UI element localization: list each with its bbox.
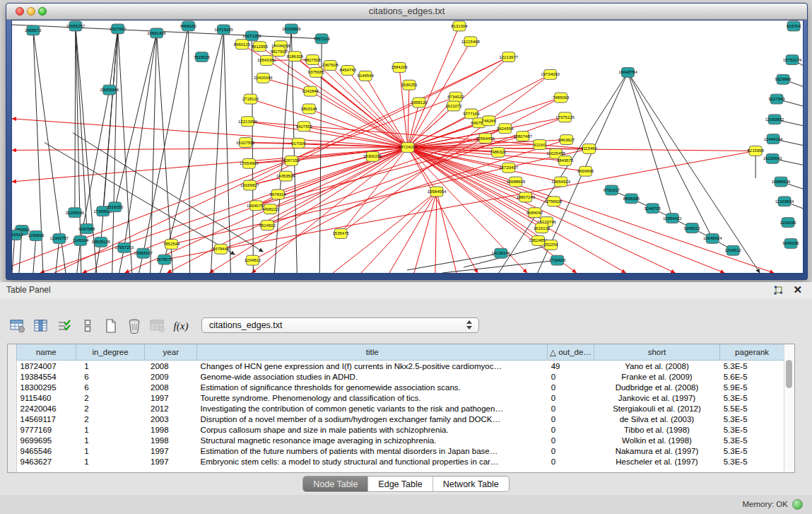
table-cell[interactable]: de Silva et al. (2003): [594, 414, 719, 424]
table-row[interactable]: 2242004622012Investigating the contribut…: [17, 403, 784, 414]
function-builder-icon[interactable]: f(x): [173, 318, 189, 334]
select-rows-icon[interactable]: [57, 318, 72, 334]
column-header[interactable]: short: [594, 344, 719, 361]
table-row[interactable]: 946554611997Estimation of the future num…: [17, 445, 784, 456]
table-cell[interactable]: 5.3E-5: [720, 414, 784, 424]
table-cell[interactable]: 19384554: [17, 371, 76, 382]
table-cell[interactable]: 5.3E-5: [720, 445, 784, 456]
table-cell[interactable]: Stergiakouli et al. (2012): [594, 403, 719, 414]
table-cell[interactable]: Jankovic et al. (1997): [594, 392, 719, 403]
table-row[interactable]: 1830029562008Estimation of significance …: [17, 382, 784, 392]
table-cell[interactable]: Structural magnetic resonance image aver…: [197, 435, 548, 445]
table-cell[interactable]: 5.3E-5: [720, 435, 784, 445]
close-panel-icon[interactable]: ✕: [793, 284, 802, 296]
table-cell[interactable]: 2003: [145, 414, 197, 424]
table-cell[interactable]: 1998: [145, 424, 197, 435]
table-header-row[interactable]: namein_degreeyeartitle△ out_de…shortpage…: [17, 344, 784, 361]
table-cell[interactable]: 1997: [145, 445, 197, 456]
table-cell[interactable]: 5.3E-5: [720, 424, 784, 435]
table-cell[interactable]: 6: [76, 371, 145, 382]
table-cell[interactable]: Disruption of a novel member of a sodium…: [197, 414, 548, 424]
delete-column-icon[interactable]: [126, 318, 142, 334]
table-cell[interactable]: 0: [548, 445, 594, 456]
column-header[interactable]: name: [17, 344, 76, 361]
table-row[interactable]: 911546021997Tourette syndrome. Phenomeno…: [17, 392, 784, 403]
table-cell[interactable]: 18724007: [17, 361, 76, 372]
show-columns-icon[interactable]: [33, 318, 49, 334]
table-cell[interactable]: 18300295: [17, 382, 76, 392]
table-row[interactable]: 1872400712008Changes of HCN gene express…: [17, 361, 784, 372]
table-cell[interactable]: 0: [548, 456, 594, 467]
table-row[interactable]: 1456911722003Disruption of a novel membe…: [17, 414, 784, 424]
table-cell[interactable]: 9699695: [17, 435, 76, 445]
table-cell[interactable]: Embryonic stem cells: a model to study s…: [197, 456, 548, 467]
table-cell[interactable]: 6: [76, 382, 145, 392]
table-cell[interactable]: 5.3E-5: [720, 361, 784, 372]
column-header[interactable]: title: [197, 344, 548, 361]
column-header[interactable]: △ out_de…: [548, 344, 594, 361]
network-canvas[interactable]: 2405572106552571527602206914068466160107…: [11, 20, 804, 274]
table-cell[interactable]: 14569117: [17, 414, 76, 424]
new-column-icon[interactable]: [103, 318, 119, 334]
table-cell[interactable]: 49: [548, 361, 594, 372]
network-window-titlebar[interactable]: citations_edges.txt: [6, 4, 807, 20]
table-cell[interactable]: 0: [548, 435, 594, 445]
table-cell[interactable]: Tourette syndrome. Phenomenology and cla…: [197, 392, 548, 403]
table-cell[interactable]: 5.3E-5: [720, 456, 784, 467]
table-mode-icon[interactable]: [10, 318, 25, 334]
column-header[interactable]: pagerank: [720, 344, 784, 361]
table-cell[interactable]: 2008: [145, 382, 197, 392]
table-cell[interactable]: Estimation of significance thresholds fo…: [197, 382, 548, 392]
table-cell[interactable]: Wolkin et al. (1998): [594, 435, 719, 445]
table-cell[interactable]: Investigating the contribution of common…: [197, 403, 548, 414]
table-cell[interactable]: 1: [76, 361, 145, 372]
table-cell[interactable]: Franke et al. (2009): [594, 371, 719, 382]
table-cell[interactable]: 0: [548, 382, 594, 392]
tab-edge-table[interactable]: Edge Table: [368, 477, 433, 491]
table-cell[interactable]: 0: [548, 424, 594, 435]
table-cell[interactable]: Yano et al. (2008): [594, 361, 719, 372]
table-cell[interactable]: 2: [76, 403, 145, 414]
table-cell[interactable]: 2009: [145, 371, 197, 382]
table-row[interactable]: 1938455462009Genome-wide association stu…: [17, 371, 784, 382]
float-panel-icon[interactable]: [772, 285, 784, 296]
table-cell[interactable]: 1998: [145, 435, 197, 445]
table-cell[interactable]: 1: [76, 435, 145, 445]
table-cell[interactable]: Dudbridge et al. (2008): [594, 382, 719, 392]
table-selector-dropdown[interactable]: citations_edges.txt: [201, 317, 479, 333]
table-cell[interactable]: 5.6E-5: [720, 371, 784, 382]
table-cell[interactable]: 0: [548, 371, 594, 382]
table-cell[interactable]: 0: [548, 414, 594, 424]
table-cell[interactable]: Genome-wide association studies in ADHD.: [197, 371, 548, 382]
table-cell[interactable]: 1: [76, 424, 145, 435]
tab-node-table[interactable]: Node Table: [303, 477, 368, 491]
scrollbar-thumb[interactable]: [786, 360, 792, 388]
table-cell[interactable]: 22420046: [17, 403, 76, 414]
table-cell[interactable]: 1997: [145, 392, 197, 403]
table-cell[interactable]: 9115460: [17, 392, 76, 403]
column-header[interactable]: in_degree: [76, 344, 145, 361]
table-cell[interactable]: 2012: [145, 403, 197, 414]
table-cell[interactable]: 9465546: [17, 445, 76, 456]
table-cell[interactable]: Corpus callosum shape and size in male p…: [197, 424, 548, 435]
table-row[interactable]: 946362711997Embryonic stem cells: a mode…: [17, 456, 784, 467]
table-cell[interactable]: Estimation of the future numbers of pati…: [197, 445, 548, 456]
table-row[interactable]: 969969511998Structural magnetic resonanc…: [17, 435, 784, 445]
table-cell[interactable]: 2: [76, 392, 145, 403]
table-cell[interactable]: 2008: [145, 361, 197, 372]
table-cell[interactable]: 5.9E-5: [720, 382, 784, 392]
table-cell[interactable]: 5.3E-5: [720, 392, 784, 403]
table-cell[interactable]: Hescheler et al. (1997): [594, 456, 719, 467]
table-cell[interactable]: 0: [548, 403, 594, 414]
table-cell[interactable]: Tibbo et al. (1998): [594, 424, 719, 435]
table-cell[interactable]: 0: [548, 392, 594, 403]
table-cell[interactable]: 9463627: [17, 456, 76, 467]
table-cell[interactable]: Nakamura et al. (1997): [594, 445, 719, 456]
table-cell[interactable]: 5.5E-5: [720, 403, 784, 414]
column-header[interactable]: year: [145, 344, 197, 361]
row-height-icon[interactable]: [80, 318, 95, 334]
table-cell[interactable]: 1: [76, 445, 145, 456]
table-cell[interactable]: 1: [76, 456, 145, 467]
table-cell[interactable]: 2: [76, 414, 145, 424]
table-cell[interactable]: Changes of HCN gene expression and I(f) …: [197, 361, 548, 372]
